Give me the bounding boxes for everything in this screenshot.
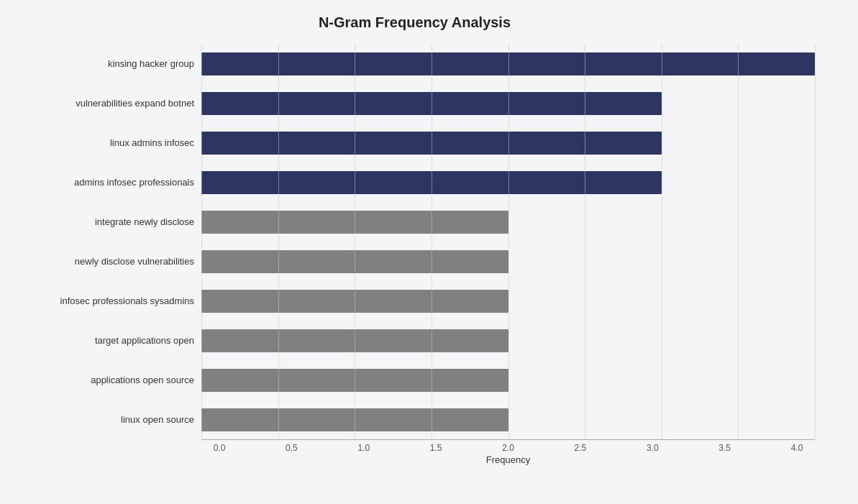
- y-label: target applications open: [14, 323, 201, 359]
- y-label: kinsing hacker group: [14, 46, 201, 82]
- bar: [201, 211, 508, 234]
- bar-row: [201, 46, 815, 82]
- chart-area: kinsing hacker groupvulnerabilities expa…: [14, 44, 815, 461]
- y-label: linux open source: [14, 402, 201, 438]
- x-axis-label: Frequency: [201, 454, 815, 465]
- bar: [201, 171, 662, 194]
- grid-line: [815, 44, 816, 439]
- bar-row: [201, 125, 815, 161]
- bar-row: [201, 362, 815, 398]
- x-tick: 3.5: [707, 440, 743, 453]
- bar: [201, 290, 508, 313]
- bar: [201, 132, 662, 155]
- y-label: admins infosec professionals: [14, 165, 201, 201]
- x-tick: 1.0: [346, 440, 382, 453]
- x-tick: 2.5: [562, 440, 598, 453]
- bar-row: [201, 244, 815, 280]
- bar: [201, 369, 508, 392]
- x-tick: 1.5: [418, 440, 454, 453]
- x-axis: 0.00.51.01.52.02.53.03.54.0 Frequency: [201, 439, 815, 461]
- plot-area: 0.00.51.01.52.02.53.03.54.0 Frequency: [201, 44, 815, 461]
- y-label: linux admins infosec: [14, 125, 201, 161]
- bar-row: [201, 283, 815, 319]
- bar-row: [201, 402, 815, 438]
- bar-row: [201, 86, 815, 122]
- bar: [201, 92, 662, 115]
- x-tick: 3.0: [634, 440, 670, 453]
- y-label: applications open source: [14, 362, 201, 398]
- y-axis: kinsing hacker groupvulnerabilities expa…: [14, 44, 201, 461]
- bar-row: [201, 165, 815, 201]
- chart-title: N-Gram Frequency Analysis: [14, 14, 815, 31]
- y-label: infosec professionals sysadmins: [14, 283, 201, 319]
- bar: [201, 250, 508, 273]
- bar: [201, 52, 815, 75]
- bar: [201, 329, 508, 352]
- y-label: integrate newly disclose: [14, 204, 201, 240]
- x-tick: 0.5: [273, 440, 309, 453]
- y-label: newly disclose vulnerabilities: [14, 244, 201, 280]
- x-tick: 4.0: [779, 440, 815, 453]
- bar-row: [201, 204, 815, 240]
- y-label: vulnerabilities expand botnet: [14, 86, 201, 122]
- x-tick: 2.0: [490, 440, 526, 453]
- bar-row: [201, 323, 815, 359]
- x-tick: 0.0: [201, 440, 237, 453]
- chart-container: N-Gram Frequency Analysis kinsing hacker…: [0, 0, 858, 504]
- bar: [201, 408, 508, 431]
